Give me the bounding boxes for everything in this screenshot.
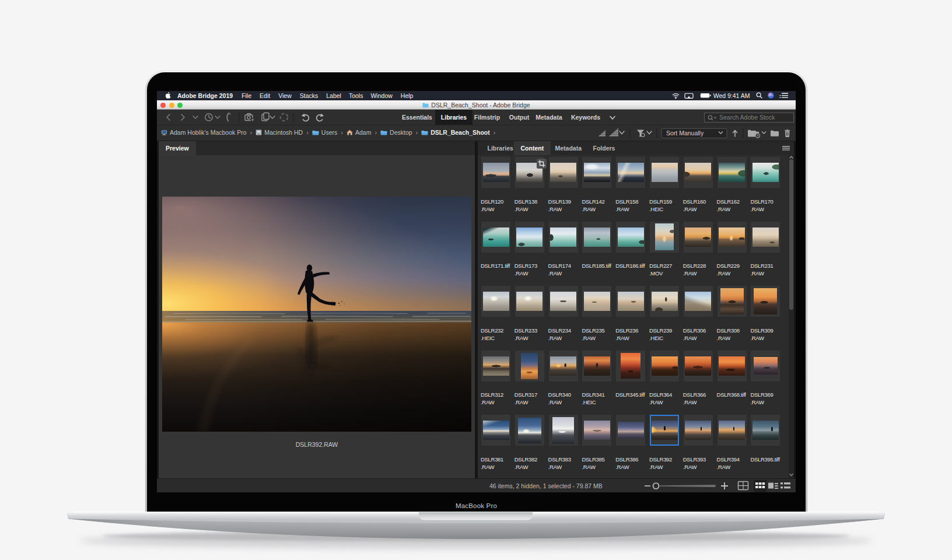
svg-text:Sort Manually: Sort Manually	[666, 130, 704, 136]
